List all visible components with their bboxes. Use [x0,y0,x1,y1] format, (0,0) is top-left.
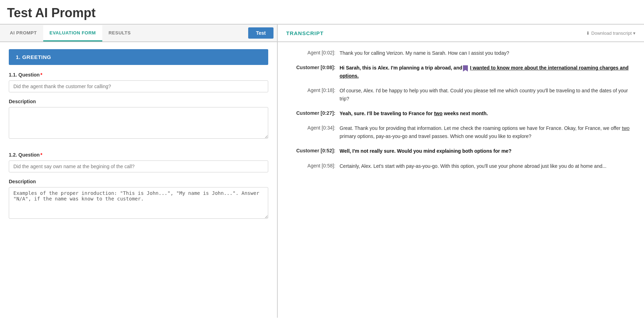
form-content: 1. GREETING 1.1. Question* Description 1… [0,42,277,318]
tab-results[interactable]: RESULTS [102,25,137,41]
page-title: Test AI Prompt [0,0,644,25]
question-1-input[interactable] [9,80,268,92]
question-2-label: 1.2. Question* [9,152,268,158]
speaker-label-5: Agent [0:34]: [286,124,335,140]
required-star-1: * [40,72,42,78]
transcript-text-2: Hi Sarah, this is Alex. I'm planning a t… [340,64,636,80]
transcript-entry-5: Agent [0:34]: Great. Thank you for provi… [286,124,636,140]
speaker-label-7: Agent [0:58]: [286,162,335,170]
transcript-header: TRANSCRIPT ⬇ Download transcript ▾ [278,25,644,42]
tab-ai-prompt[interactable]: AI PROMPT [4,25,43,41]
transcript-text-7: Certainly, Alex. Let's start with pay-as… [340,162,636,170]
speaker-label-4: Customer [0:27]: [286,110,335,117]
question-block-1: 1.1. Question* Description [9,72,268,149]
download-transcript-link[interactable]: ⬇ Download transcript ▾ [586,31,636,36]
transcript-text-1: Thank you for calling Verizon. My name i… [340,49,636,57]
transcript-text-4: Yeah, sure. I'll be traveling to France … [340,110,636,117]
transcript-entry-2: Customer [0:08]: Hi Sarah, this is Alex.… [286,64,636,80]
bookmark-icon [463,65,468,72]
transcript-entry-6: Customer [0:52]: Well, I'm not really su… [286,147,636,155]
transcript-entry-4: Customer [0:27]: Yeah, sure. I'll be tra… [286,110,636,117]
speaker-label-2: Customer [0:08]: [286,64,335,80]
tabs-bar: AI PROMPT EVALUATION FORM RESULTS Test [0,25,277,42]
right-panel: TRANSCRIPT ⬇ Download transcript ▾ Agent… [278,25,644,318]
transcript-text-3: Of course, Alex. I'd be happy to help yo… [340,87,636,103]
transcript-entry-3: Agent [0:18]: Of course, Alex. I'd be ha… [286,87,636,103]
underline-two-2: two [622,125,630,131]
transcript-entry-7: Agent [0:58]: Certainly, Alex. Let's sta… [286,162,636,170]
transcript-body: Agent [0:02]: Thank you for calling Veri… [278,42,644,318]
description-2-label: Description [9,179,268,184]
left-panel: AI PROMPT EVALUATION FORM RESULTS Test 1… [0,25,278,318]
chevron-down-icon: ▾ [633,31,636,36]
required-star-2: * [40,152,42,158]
question-block-2: 1.2. Question* Description Examples of t… [9,152,268,229]
tab-evaluation-form[interactable]: EVALUATION FORM [43,25,102,41]
test-button[interactable]: Test [248,27,273,39]
transcript-text-5: Great. Thank you for providing that info… [340,124,636,140]
description-2-textarea[interactable]: Examples of the proper inroduction: "Thi… [9,187,268,219]
section-header-greeting: 1. GREETING [9,49,268,65]
question-2-input[interactable] [9,160,268,172]
download-icon: ⬇ [586,31,590,36]
underline-two-1: two [434,111,443,116]
description-1-textarea[interactable] [9,107,268,139]
speaker-label-3: Agent [0:18]: [286,87,335,103]
transcript-entry-1: Agent [0:02]: Thank you for calling Veri… [286,49,636,57]
download-label: Download transcript [591,31,632,36]
transcript-text-6: Well, I'm not really sure. Would you min… [340,147,636,155]
speaker-label-1: Agent [0:02]: [286,49,335,57]
transcript-title: TRANSCRIPT [286,30,324,36]
description-1-label: Description [9,99,268,104]
highlighted-text: I wanted to know more about the internat… [340,65,629,78]
question-1-label: 1.1. Question* [9,72,268,78]
speaker-label-6: Customer [0:52]: [286,147,335,155]
